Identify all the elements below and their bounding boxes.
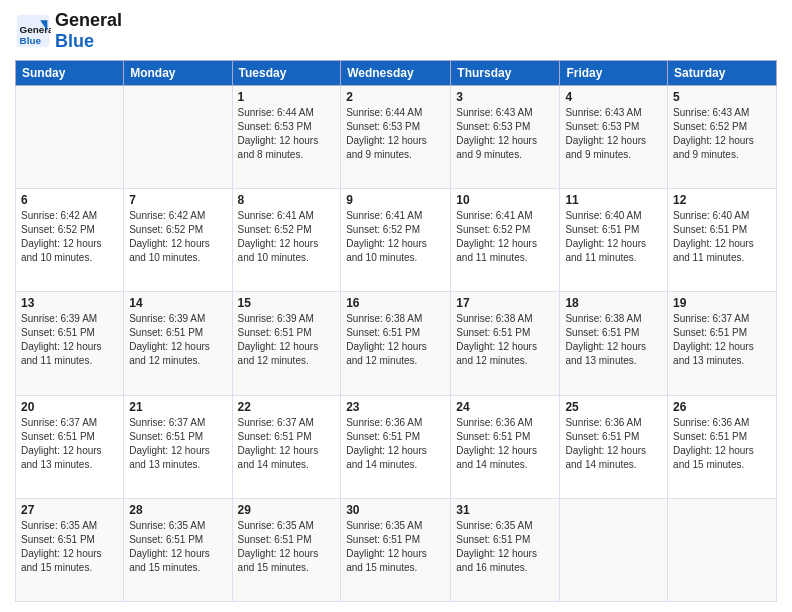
day-number: 31	[456, 503, 554, 517]
day-number: 17	[456, 296, 554, 310]
day-info: Sunrise: 6:36 AMSunset: 6:51 PMDaylight:…	[565, 416, 662, 472]
logo-blue-text: Blue	[55, 31, 94, 51]
day-info: Sunrise: 6:43 AMSunset: 6:52 PMDaylight:…	[673, 106, 771, 162]
day-info: Sunrise: 6:35 AMSunset: 6:51 PMDaylight:…	[346, 519, 445, 575]
day-number: 15	[238, 296, 336, 310]
day-number: 7	[129, 193, 226, 207]
day-number: 19	[673, 296, 771, 310]
weekday-header-row: SundayMondayTuesdayWednesdayThursdayFrid…	[16, 61, 777, 86]
day-number: 9	[346, 193, 445, 207]
calendar-cell: 9Sunrise: 6:41 AMSunset: 6:52 PMDaylight…	[341, 189, 451, 292]
logo-icon: General Blue	[15, 13, 51, 49]
day-info: Sunrise: 6:36 AMSunset: 6:51 PMDaylight:…	[673, 416, 771, 472]
weekday-header-monday: Monday	[124, 61, 232, 86]
weekday-header-wednesday: Wednesday	[341, 61, 451, 86]
day-number: 30	[346, 503, 445, 517]
day-number: 12	[673, 193, 771, 207]
day-info: Sunrise: 6:35 AMSunset: 6:51 PMDaylight:…	[456, 519, 554, 575]
calendar-cell: 29Sunrise: 6:35 AMSunset: 6:51 PMDayligh…	[232, 498, 341, 601]
day-number: 25	[565, 400, 662, 414]
calendar-cell: 27Sunrise: 6:35 AMSunset: 6:51 PMDayligh…	[16, 498, 124, 601]
day-number: 11	[565, 193, 662, 207]
calendar-cell	[560, 498, 668, 601]
calendar-week-row: 27Sunrise: 6:35 AMSunset: 6:51 PMDayligh…	[16, 498, 777, 601]
calendar-cell: 28Sunrise: 6:35 AMSunset: 6:51 PMDayligh…	[124, 498, 232, 601]
calendar-cell: 21Sunrise: 6:37 AMSunset: 6:51 PMDayligh…	[124, 395, 232, 498]
weekday-header-tuesday: Tuesday	[232, 61, 341, 86]
calendar-week-row: 6Sunrise: 6:42 AMSunset: 6:52 PMDaylight…	[16, 189, 777, 292]
calendar-cell: 18Sunrise: 6:38 AMSunset: 6:51 PMDayligh…	[560, 292, 668, 395]
logo: General Blue General Blue	[15, 10, 122, 52]
day-number: 24	[456, 400, 554, 414]
day-info: Sunrise: 6:37 AMSunset: 6:51 PMDaylight:…	[129, 416, 226, 472]
day-info: Sunrise: 6:41 AMSunset: 6:52 PMDaylight:…	[346, 209, 445, 265]
calendar-week-row: 20Sunrise: 6:37 AMSunset: 6:51 PMDayligh…	[16, 395, 777, 498]
calendar-cell: 24Sunrise: 6:36 AMSunset: 6:51 PMDayligh…	[451, 395, 560, 498]
calendar-table: SundayMondayTuesdayWednesdayThursdayFrid…	[15, 60, 777, 602]
weekday-header-sunday: Sunday	[16, 61, 124, 86]
day-info: Sunrise: 6:39 AMSunset: 6:51 PMDaylight:…	[238, 312, 336, 368]
calendar-cell: 8Sunrise: 6:41 AMSunset: 6:52 PMDaylight…	[232, 189, 341, 292]
day-number: 6	[21, 193, 118, 207]
day-info: Sunrise: 6:39 AMSunset: 6:51 PMDaylight:…	[21, 312, 118, 368]
day-number: 21	[129, 400, 226, 414]
calendar-cell: 3Sunrise: 6:43 AMSunset: 6:53 PMDaylight…	[451, 86, 560, 189]
day-info: Sunrise: 6:43 AMSunset: 6:53 PMDaylight:…	[565, 106, 662, 162]
calendar-cell: 4Sunrise: 6:43 AMSunset: 6:53 PMDaylight…	[560, 86, 668, 189]
weekday-header-saturday: Saturday	[668, 61, 777, 86]
calendar-cell: 30Sunrise: 6:35 AMSunset: 6:51 PMDayligh…	[341, 498, 451, 601]
day-info: Sunrise: 6:37 AMSunset: 6:51 PMDaylight:…	[238, 416, 336, 472]
day-number: 8	[238, 193, 336, 207]
day-number: 28	[129, 503, 226, 517]
calendar-cell: 11Sunrise: 6:40 AMSunset: 6:51 PMDayligh…	[560, 189, 668, 292]
calendar-cell: 31Sunrise: 6:35 AMSunset: 6:51 PMDayligh…	[451, 498, 560, 601]
calendar-week-row: 1Sunrise: 6:44 AMSunset: 6:53 PMDaylight…	[16, 86, 777, 189]
day-info: Sunrise: 6:41 AMSunset: 6:52 PMDaylight:…	[456, 209, 554, 265]
calendar-cell	[668, 498, 777, 601]
calendar-cell: 17Sunrise: 6:38 AMSunset: 6:51 PMDayligh…	[451, 292, 560, 395]
day-info: Sunrise: 6:38 AMSunset: 6:51 PMDaylight:…	[346, 312, 445, 368]
header: General Blue General Blue	[15, 10, 777, 52]
day-number: 1	[238, 90, 336, 104]
day-info: Sunrise: 6:37 AMSunset: 6:51 PMDaylight:…	[673, 312, 771, 368]
logo-general-text: General	[55, 10, 122, 30]
day-info: Sunrise: 6:36 AMSunset: 6:51 PMDaylight:…	[456, 416, 554, 472]
day-number: 27	[21, 503, 118, 517]
day-number: 5	[673, 90, 771, 104]
day-info: Sunrise: 6:36 AMSunset: 6:51 PMDaylight:…	[346, 416, 445, 472]
calendar-cell: 16Sunrise: 6:38 AMSunset: 6:51 PMDayligh…	[341, 292, 451, 395]
day-info: Sunrise: 6:38 AMSunset: 6:51 PMDaylight:…	[456, 312, 554, 368]
calendar-cell: 1Sunrise: 6:44 AMSunset: 6:53 PMDaylight…	[232, 86, 341, 189]
calendar-cell: 15Sunrise: 6:39 AMSunset: 6:51 PMDayligh…	[232, 292, 341, 395]
day-number: 22	[238, 400, 336, 414]
day-number: 29	[238, 503, 336, 517]
day-info: Sunrise: 6:35 AMSunset: 6:51 PMDaylight:…	[238, 519, 336, 575]
calendar-cell: 6Sunrise: 6:42 AMSunset: 6:52 PMDaylight…	[16, 189, 124, 292]
calendar-cell: 25Sunrise: 6:36 AMSunset: 6:51 PMDayligh…	[560, 395, 668, 498]
weekday-header-friday: Friday	[560, 61, 668, 86]
svg-text:Blue: Blue	[20, 35, 42, 46]
day-number: 20	[21, 400, 118, 414]
calendar-cell: 20Sunrise: 6:37 AMSunset: 6:51 PMDayligh…	[16, 395, 124, 498]
calendar-cell	[16, 86, 124, 189]
day-number: 3	[456, 90, 554, 104]
day-number: 4	[565, 90, 662, 104]
day-info: Sunrise: 6:41 AMSunset: 6:52 PMDaylight:…	[238, 209, 336, 265]
day-info: Sunrise: 6:37 AMSunset: 6:51 PMDaylight:…	[21, 416, 118, 472]
calendar-week-row: 13Sunrise: 6:39 AMSunset: 6:51 PMDayligh…	[16, 292, 777, 395]
day-info: Sunrise: 6:40 AMSunset: 6:51 PMDaylight:…	[673, 209, 771, 265]
calendar-cell: 2Sunrise: 6:44 AMSunset: 6:53 PMDaylight…	[341, 86, 451, 189]
day-number: 18	[565, 296, 662, 310]
day-number: 13	[21, 296, 118, 310]
day-info: Sunrise: 6:39 AMSunset: 6:51 PMDaylight:…	[129, 312, 226, 368]
day-info: Sunrise: 6:42 AMSunset: 6:52 PMDaylight:…	[129, 209, 226, 265]
day-info: Sunrise: 6:38 AMSunset: 6:51 PMDaylight:…	[565, 312, 662, 368]
calendar-cell: 12Sunrise: 6:40 AMSunset: 6:51 PMDayligh…	[668, 189, 777, 292]
day-info: Sunrise: 6:44 AMSunset: 6:53 PMDaylight:…	[238, 106, 336, 162]
day-number: 16	[346, 296, 445, 310]
day-number: 26	[673, 400, 771, 414]
day-info: Sunrise: 6:44 AMSunset: 6:53 PMDaylight:…	[346, 106, 445, 162]
day-info: Sunrise: 6:42 AMSunset: 6:52 PMDaylight:…	[21, 209, 118, 265]
page: General Blue General Blue SundayMondayTu…	[0, 0, 792, 612]
day-info: Sunrise: 6:43 AMSunset: 6:53 PMDaylight:…	[456, 106, 554, 162]
